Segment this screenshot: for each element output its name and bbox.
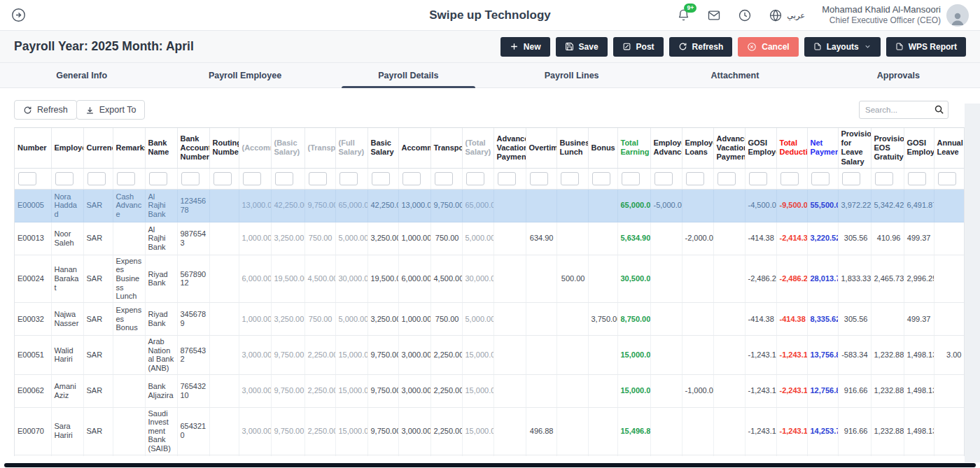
table-cell[interactable]: E00013 <box>15 222 51 255</box>
table-cell[interactable]: 305.56 <box>838 222 871 255</box>
table-cell[interactable]: 499.37 <box>904 222 934 255</box>
table-cell[interactable]: 6,000.00 <box>398 255 430 302</box>
tab-payroll-lines[interactable]: Payroll Lines <box>490 63 653 87</box>
column-header-advance-vacation-payment[interactable]: Advance Vacation Payment <box>713 128 745 168</box>
table-cell[interactable]: 5,496.88 <box>617 455 650 456</box>
column-header-employee-loans[interactable]: Employee Loans <box>682 128 713 168</box>
table-cell[interactable]: -2,414.38 <box>776 222 807 255</box>
table-cell[interactable]: 499.37 <box>904 302 934 335</box>
table-cell[interactable] <box>588 455 617 456</box>
column-filter-input[interactable] <box>718 172 736 185</box>
layouts-button[interactable]: Layouts <box>804 37 881 57</box>
table-cell[interactable]: 1,000.00 <box>239 302 271 335</box>
table-cell[interactable]: Al Rajhi Bank <box>145 222 177 255</box>
table-cell[interactable]: 42,250.00 <box>271 189 304 222</box>
table-cell[interactable]: 750.00 <box>304 222 335 255</box>
column-filter-input[interactable] <box>55 172 74 185</box>
table-cell[interactable] <box>682 407 713 455</box>
table-cell[interactable]: 5,000.00 <box>335 222 368 255</box>
table-cell[interactable] <box>493 455 526 456</box>
cancel-button[interactable]: Cancel <box>738 37 798 57</box>
table-cell[interactable]: 2,250.00 <box>430 374 462 407</box>
column-filter-input[interactable] <box>811 172 830 185</box>
table-cell[interactable]: 15,000.00 <box>462 374 493 407</box>
table-cell[interactable] <box>871 302 904 335</box>
table-cell[interactable]: 9,750.00 <box>271 374 304 407</box>
search-icon[interactable] <box>934 104 944 115</box>
table-row[interactable]: E00062Amani AzizSARBank Aljazira76543210… <box>15 374 965 407</box>
table-cell[interactable]: 13,000.00 <box>239 189 271 222</box>
table-cell[interactable]: 8,335.62 <box>807 302 838 335</box>
column-header-total-salary[interactable]: (Total Salary) <box>462 128 493 168</box>
table-cell[interactable]: 305.56 <box>838 455 871 456</box>
table-cell[interactable]: 500.00 <box>556 255 588 302</box>
table-cell[interactable] <box>526 374 556 407</box>
table-cell[interactable]: 6,000.00 <box>239 255 271 302</box>
column-header-accommodation[interactable]: Accommodation <box>398 128 430 168</box>
table-cell[interactable]: -1,243.13 <box>776 335 807 374</box>
table-cell[interactable]: 2,250.00 <box>304 407 335 455</box>
table-cell[interactable]: 496.88 <box>526 407 556 455</box>
table-cell[interactable]: 30,500.00 <box>617 255 650 302</box>
table-cell[interactable]: Al Rajhi Bank <box>145 189 177 222</box>
table-cell[interactable]: Arab National Bank (ANB) <box>145 335 177 374</box>
table-cell[interactable]: 15,000.00 <box>335 407 368 455</box>
table-cell[interactable] <box>526 255 556 302</box>
table-cell[interactable] <box>713 374 745 407</box>
table-cell[interactable]: SAR <box>83 189 113 222</box>
table-cell[interactable]: 8765432 <box>177 335 209 374</box>
table-cell[interactable]: 12345678 <box>177 455 209 456</box>
table-cell[interactable]: SAR <box>83 407 113 455</box>
column-header-total-deduction[interactable]: Total Deduction <box>776 128 807 168</box>
table-cell[interactable]: -1,243.13 <box>745 374 776 407</box>
column-filter-input[interactable] <box>309 172 327 185</box>
table-cell[interactable]: 3,250.00 <box>271 455 304 456</box>
table-cell[interactable] <box>113 407 145 455</box>
table-cell[interactable]: 6,491.87 <box>904 189 934 222</box>
table-cell[interactable]: -9,500.00 <box>776 189 807 222</box>
column-header-business-lunch[interactable]: Business Lunch <box>556 128 588 168</box>
table-cell[interactable]: Hanan Barakat <box>51 255 83 302</box>
column-filter-input[interactable] <box>592 172 610 185</box>
table-cell[interactable]: 1,498.13 <box>904 335 934 374</box>
table-cell[interactable]: 42,250.00 <box>368 189 398 222</box>
table-cell[interactable]: 9,750.00 <box>271 335 304 374</box>
column-header-employee-advances[interactable]: Employee Advances <box>650 128 682 168</box>
table-cell[interactable]: 410.96 <box>871 222 904 255</box>
table-cell[interactable] <box>650 222 682 255</box>
table-row[interactable]: E00070Sara HaririSARSaudi Investment Ban… <box>15 407 965 455</box>
table-cell[interactable]: Bank Aljazira <box>145 374 177 407</box>
table-cell[interactable]: 1,000.00 <box>398 302 430 335</box>
table-cell[interactable]: 1,498.13 <box>904 407 934 455</box>
table-cell[interactable]: 1,000.00 <box>239 222 271 255</box>
table-cell[interactable]: 13,756.87 <box>807 335 838 374</box>
table-cell[interactable]: 9,750.00 <box>368 374 398 407</box>
table-cell[interactable]: 4,500.00 <box>430 255 462 302</box>
table-cell[interactable] <box>934 407 965 455</box>
table-cell[interactable]: 2,250.00 <box>304 335 335 374</box>
table-cell[interactable]: Najwa Nasser <box>51 302 83 335</box>
table-cell[interactable]: 499.37 <box>904 455 934 456</box>
column-header-currency[interactable]: Currency <box>83 128 113 168</box>
table-cell[interactable]: E00062 <box>15 374 51 407</box>
table-cell[interactable]: E00032 <box>15 302 51 335</box>
column-filter-input[interactable] <box>340 172 358 185</box>
table-cell[interactable]: -5,000.00 <box>650 189 682 222</box>
column-filter-input[interactable] <box>686 172 704 185</box>
messages-envelope-icon[interactable] <box>707 8 721 22</box>
column-header-basic-salary[interactable]: (Basic Salary) <box>271 128 304 168</box>
table-cell[interactable] <box>588 222 617 255</box>
table-cell[interactable]: 15,000.00 <box>462 335 493 374</box>
table-cell[interactable] <box>650 407 682 455</box>
table-cell[interactable] <box>556 222 588 255</box>
table-cell[interactable]: 65,000.00 <box>462 189 493 222</box>
table-cell[interactable]: SAR <box>83 222 113 255</box>
table-cell[interactable]: 410.96 <box>871 455 904 456</box>
table-cell[interactable] <box>493 189 526 222</box>
table-cell[interactable] <box>934 455 965 456</box>
table-cell[interactable]: 750.00 <box>430 222 462 255</box>
table-cell[interactable]: 15,000.00 <box>335 335 368 374</box>
table-cell[interactable]: -4,500.00 <box>745 189 776 222</box>
table-cell[interactable] <box>682 302 713 335</box>
table-cell[interactable]: 1,000.00 <box>398 455 430 456</box>
